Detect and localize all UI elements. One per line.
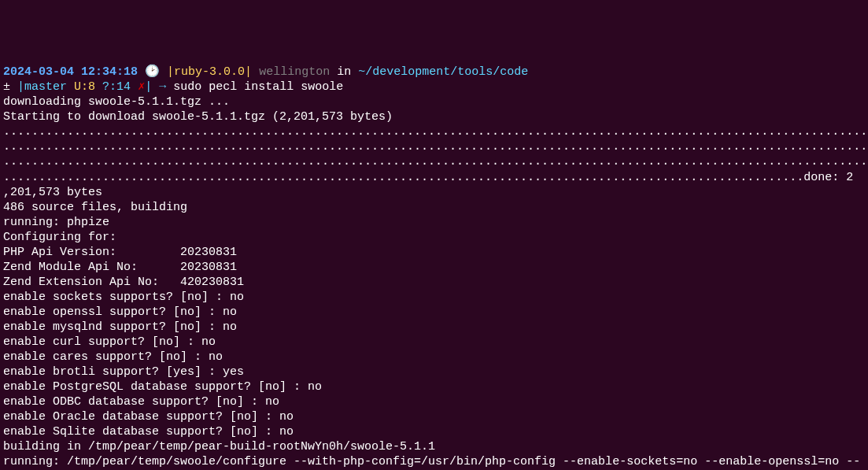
command-text: sudo pecl install swoole [173, 80, 343, 94]
output-line: enable ODBC database support? [no] : no [3, 395, 279, 409]
in-text: in [337, 65, 351, 79]
clock-icon: 🕑 [145, 65, 160, 79]
git-symbol: ± [3, 80, 10, 94]
output-dots: ........................................… [3, 140, 867, 154]
timestamp: 2024-03-04 12:34:18 [3, 65, 138, 79]
output-line: enable mysqlnd support? [no] : no [3, 320, 237, 334]
output-line: enable curl support? [no] : no [3, 335, 216, 349]
ruby-pipe-open: | [167, 65, 174, 79]
output-line: enable openssl support? [no] : no [3, 305, 237, 319]
output-line: Configuring for: [3, 231, 116, 244]
output-line: enable sockets supports? [no] : no [3, 291, 244, 304]
output-line: ,201,573 bytes [3, 186, 102, 199]
git-dirty-icon: ✗ [138, 80, 145, 94]
output-line: enable Oracle database support? [no] : n… [3, 410, 294, 424]
output-line: enable Sqlite database support? [no] : n… [3, 425, 294, 439]
ruby-pipe-close: | [245, 65, 252, 79]
ruby-version: ruby-3.0.0 [174, 65, 245, 79]
git-pipe-close: | [145, 80, 152, 94]
output-line: downloading swoole-5.1.1.tgz ... [3, 95, 230, 109]
output-line: Zend Module Api No: 20230831 [3, 261, 237, 274]
output-line: enable PostgreSQL database support? [no]… [3, 380, 322, 394]
output-line: building in /tmp/pear/temp/pear-build-ro… [3, 440, 435, 453]
git-pipe-open: | [17, 80, 24, 94]
output-line: PHP Api Version: 20230831 [3, 246, 237, 259]
prompt-line-2: ± |master U:8 ?:14 ✗| → sudo pecl instal… [3, 80, 343, 94]
username: wellington [259, 65, 330, 79]
output-line: Zend Extension Api No: 420230831 [3, 276, 244, 289]
output-dots: ........................................… [3, 171, 853, 184]
git-unknown: ?:14 [102, 80, 131, 94]
output-line: Starting to download swoole-5.1.1.tgz (2… [3, 110, 393, 124]
cwd-path: ~/development/tools/code [358, 65, 528, 79]
terminal[interactable]: 2024-03-04 12:34:18 🕑 |ruby-3.0.0| welli… [3, 65, 865, 470]
output-dots: ........................................… [3, 155, 867, 168]
output-dots: ........................................… [3, 125, 867, 139]
output-line: enable cares support? [no] : no [3, 350, 223, 364]
git-untracked: U:8 [74, 80, 95, 94]
output-line: running: phpize [3, 216, 109, 229]
prompt-arrow-icon: → [159, 80, 166, 94]
output-line: enable brotli support? [yes] : yes [3, 365, 244, 379]
prompt-line-1: 2024-03-04 12:34:18 🕑 |ruby-3.0.0| welli… [3, 65, 528, 79]
output-line: running: /tmp/pear/temp/swoole/configure… [3, 455, 860, 470]
git-branch: master [24, 80, 67, 94]
output-line: 486 source files, building [3, 201, 187, 214]
